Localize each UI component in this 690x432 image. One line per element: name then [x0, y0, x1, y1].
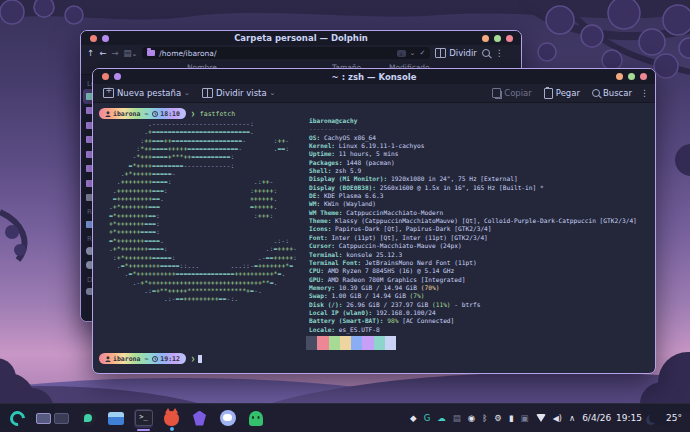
fastfetch-info-line: Local IP (wlan0): 192.168.0.100/24 — [309, 309, 637, 317]
clock-icon — [152, 111, 158, 117]
split-view-button[interactable]: Dividir — [435, 48, 477, 58]
terminal-color-swatch — [317, 343, 328, 350]
terminal-color-swatch — [374, 343, 385, 350]
pin-window-button[interactable] — [102, 73, 109, 80]
terminal-color-swatch — [340, 336, 351, 343]
paste-button[interactable]: Pegar — [540, 86, 584, 101]
minimize-button[interactable] — [482, 35, 489, 42]
close-button[interactable] — [640, 73, 647, 80]
fastfetch-info-line: Memory: 10.39 GiB / 14.94 GiB (70%) — [309, 284, 637, 292]
fastfetch-info-line: OS: CachyOS x86_64 — [309, 134, 637, 142]
search-icon[interactable] — [482, 49, 490, 57]
desktop-1-thumbnail[interactable] — [36, 413, 51, 424]
forward-button[interactable]: → — [111, 48, 118, 58]
konsole-toolbar: Nueva pestaña ⌄ Dividir vista ⌄ Copiar P… — [93, 84, 655, 103]
hamburger-menu-icon[interactable]: ⋮ — [640, 88, 649, 98]
wifi-icon[interactable] — [536, 414, 546, 422]
tray-kdeconnect-icon[interactable]: ◆ — [410, 414, 417, 423]
tray-clipboard-icon[interactable]: ▤ — [453, 414, 461, 423]
minimize-button[interactable] — [616, 73, 623, 80]
clock-time: 19:15 — [616, 413, 642, 423]
fastfetch-info-line: Terminal: konsole 25.12.3 — [309, 251, 637, 259]
fastfetch-info-line: Locale: es_ES.UTF-8 — [309, 326, 637, 334]
new-tab-icon — [103, 88, 114, 98]
notification-badge — [170, 427, 174, 431]
moon-weather-icon[interactable] — [649, 413, 659, 423]
tray-settings-gear-icon[interactable]: ⚙ — [494, 414, 502, 423]
location-path: /home/ibarona/ — [159, 49, 216, 58]
terminal-color-swatch — [306, 336, 317, 343]
desktop-2-thumbnail[interactable] — [54, 413, 69, 424]
dolphin-icon — [108, 412, 124, 425]
back-button[interactable]: ← — [99, 48, 106, 58]
tray-weather-cloud-icon[interactable]: ☁ — [437, 414, 446, 423]
fastfetch-info-line: Icons: Papirus-Dark [Qt], Papirus-Dark [… — [309, 225, 637, 233]
tray-bluetooth-icon[interactable]: ᛒ — [482, 414, 487, 423]
taskbar-app-konsole[interactable]: >_ — [134, 409, 153, 428]
new-tab-button[interactable]: Nueva pestaña ⌄ — [99, 86, 194, 100]
folder-icon — [147, 50, 155, 56]
window-menu-button[interactable] — [114, 73, 121, 80]
volume-icon[interactable]: ◀) — [553, 414, 562, 423]
fastfetch-info-line: Disk (/): 26.96 GiB / 237.97 GiB (11%) -… — [309, 301, 637, 309]
fastfetch-info-line: WM: KWin (Wayland) — [309, 200, 637, 208]
window-menu-button[interactable] — [102, 35, 109, 42]
user-icon — [105, 111, 111, 117]
dolphin-titlebar[interactable]: Carpeta personal — Dolphin — [81, 31, 521, 45]
shell-prompt-line-1: ibarona ~ 18:10 ❯ fastfetch — [99, 108, 235, 119]
chevron-down-icon[interactable]: ⌄ — [410, 49, 416, 57]
taskbar-app-cachyos-tools[interactable] — [78, 409, 97, 428]
tray-cachyos-update-icon[interactable]: G — [424, 414, 431, 423]
tray-inactive-item-icon[interactable]: ▣ — [521, 414, 529, 423]
konsole-window[interactable]: ~ : zsh — Konsole Nueva pestaña ⌄ Dividi… — [92, 68, 656, 374]
maximize-button[interactable] — [494, 35, 501, 42]
split-view-button[interactable]: Dividir vista ⌄ — [198, 86, 280, 100]
fastfetch-info-line: Swap: 1.00 GiB / 14.94 GiB (7%) — [309, 292, 637, 300]
clock-date: 6/4/26 — [582, 413, 611, 423]
taskbar-app-chat-app[interactable] — [218, 409, 237, 428]
overflow-menu-icon[interactable]: ⋮ — [495, 48, 504, 58]
taskbar-app-ghost-app[interactable] — [246, 409, 265, 428]
search-button[interactable]: Buscar — [588, 86, 636, 100]
terminal-area[interactable]: ibarona ~ 18:10 ❯ fastfetch .-----------… — [94, 103, 654, 372]
terminal-color-swatch — [374, 336, 385, 343]
fastfetch-info-line: Battery (Smart-BAT): 98% [AC Connected] — [309, 317, 637, 325]
terminal-color-swatch — [306, 343, 317, 350]
fastfetch-info-line: Display (BOE0B38): 2560x1600 @ 1.5x in 1… — [309, 184, 637, 192]
taskbar-app-obsidian[interactable] — [190, 409, 209, 428]
confirm-check-icon[interactable]: ✓ — [419, 49, 425, 57]
shell-prompt-line-2[interactable]: ibarona ~ 19:12 ❯ — [99, 353, 202, 364]
taskbar-app-fox-app[interactable] — [162, 409, 181, 428]
typed-command: fastfetch — [200, 110, 235, 118]
terminal-cursor — [198, 355, 202, 363]
konsole-icon: >_ — [135, 410, 153, 426]
clear-location-icon[interactable]: x — [397, 50, 406, 57]
terminal-color-swatch — [362, 343, 373, 350]
fastfetch-info-line: DE: KDE Plasma 6.6.3 — [309, 192, 637, 200]
copy-button[interactable]: Copiar — [488, 86, 536, 100]
folder-tree-button[interactable]: ▤⌄ — [123, 48, 137, 58]
tray-battery-icon[interactable]: ▮ — [509, 414, 514, 423]
fastfetch-info-line: Uptime: 11 hours, 5 mins — [309, 150, 637, 158]
digital-clock[interactable]: 6/4/26 19:15 — [582, 413, 642, 423]
location-bar[interactable]: /home/ibarona/ x ⌄ ✓ — [142, 47, 430, 59]
temperature-label[interactable]: 25° — [666, 413, 682, 423]
clock-icon — [152, 356, 158, 362]
tray-expand-arrow-icon[interactable]: ∧ — [569, 414, 575, 423]
konsole-titlebar[interactable]: ~ : zsh — Konsole — [93, 69, 655, 84]
taskbar-app-dolphin[interactable] — [106, 409, 125, 428]
terminal-color-swatch — [329, 343, 340, 350]
tray-screen-record-icon[interactable]: ◉ — [468, 414, 475, 423]
up-arrow-button[interactable]: ↑ — [87, 48, 94, 58]
copy-icon — [492, 88, 501, 98]
maximize-button[interactable] — [628, 73, 635, 80]
close-button[interactable] — [506, 35, 513, 42]
terminal-color-palette — [306, 336, 396, 350]
pin-window-button[interactable] — [90, 35, 97, 42]
ghost-icon — [249, 411, 263, 426]
virtual-desktop-pager[interactable] — [36, 413, 69, 424]
app-launcher-button[interactable] — [8, 409, 27, 428]
search-icon — [592, 89, 600, 97]
dolphin-toolbar: ↑ ← → ▤⌄ /home/ibarona/ x ⌄ ✓ Dividir ⋮ — [81, 45, 521, 61]
paw-icon — [80, 410, 96, 426]
